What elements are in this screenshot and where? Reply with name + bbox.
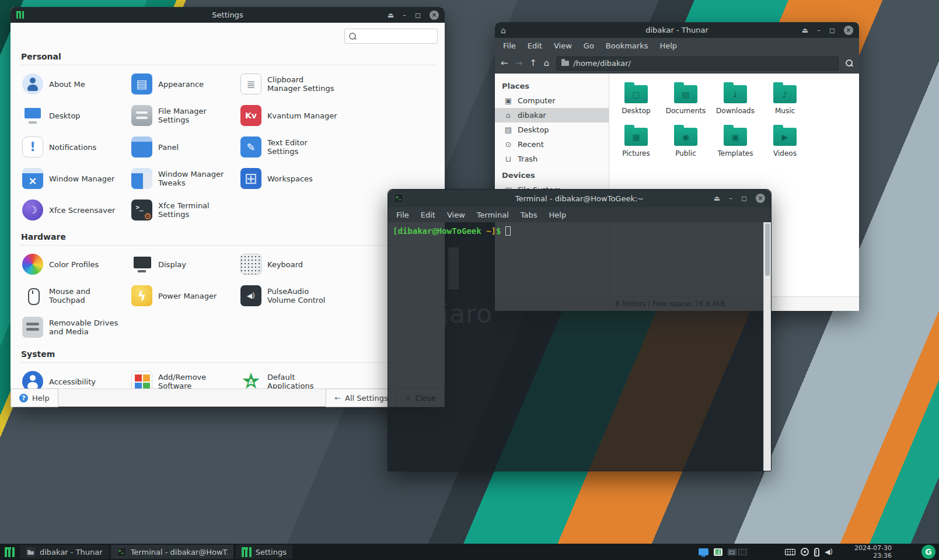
place-icon: ⊔: [504, 155, 513, 163]
folder-item[interactable]: ▦ Pictures: [612, 124, 661, 158]
folder-item[interactable]: ♪ Music: [760, 82, 809, 115]
minimize-icon[interactable]: –: [817, 26, 821, 35]
close-icon[interactable]: ×: [844, 26, 853, 35]
menu-item[interactable]: File: [497, 38, 522, 54]
back-button[interactable]: ←: [501, 59, 508, 68]
settings-item[interactable]: Display: [131, 251, 236, 277]
folder-icon: ▶: [773, 128, 797, 146]
menu-item[interactable]: Terminal: [471, 207, 515, 223]
settings-item[interactable]: Kvantum Manager: [240, 103, 345, 128]
menu-item[interactable]: Help: [543, 207, 573, 223]
settings-item[interactable]: Window Manager: [22, 166, 127, 191]
settings-item[interactable]: Panel: [131, 134, 236, 160]
folder-item[interactable]: ▶ Videos: [760, 124, 809, 158]
clipboard-tray-icon[interactable]: [814, 548, 819, 556]
terminal-scrollbar[interactable]: [763, 222, 771, 471]
shade-icon[interactable]: ⏏: [802, 26, 808, 35]
workspace-1[interactable]: [728, 549, 736, 555]
display-tray-icon[interactable]: [699, 548, 708, 555]
thunar-toolbar: ← → ↑ ⌂ /home/dibakar/: [495, 54, 859, 74]
settings-titlebar[interactable]: Settings ⏏ – ◻ ×: [11, 7, 445, 23]
settings-item[interactable]: Clipboard Manager Settings: [240, 71, 345, 97]
search-input[interactable]: [360, 32, 433, 41]
settings-item[interactable]: Color Profiles: [22, 251, 127, 277]
terminal-content[interactable]: [dibakar@HowToGeek ~]$: [388, 222, 771, 471]
keyboard-tray-icon[interactable]: [785, 549, 795, 555]
menu-item[interactable]: View: [441, 207, 471, 223]
folder-item[interactable]: ▢ Desktop: [612, 82, 661, 115]
settings-item[interactable]: Desktop: [22, 103, 127, 128]
menu-item[interactable]: Bookmarks: [600, 38, 654, 54]
settings-item[interactable]: File Manager Settings: [131, 103, 236, 128]
maximize-icon[interactable]: ◻: [415, 10, 421, 20]
maximize-icon[interactable]: ◻: [741, 194, 747, 203]
settings-item[interactable]: PulseAudio Volume Control: [240, 283, 345, 309]
settings-item[interactable]: Removable Drives and Media: [22, 314, 127, 340]
thunar-titlebar[interactable]: ⌂ dibakar - Thunar ⏏ – ◻ ×: [495, 22, 859, 38]
close-icon[interactable]: ×: [430, 10, 439, 20]
settings-item[interactable]: Window Manager Tweaks: [131, 166, 236, 191]
settings-item[interactable]: Appearance: [131, 71, 236, 97]
sidebar-place[interactable]: ▤ Desktop: [495, 123, 609, 137]
settings-item[interactable]: Keyboard: [240, 251, 345, 277]
settings-item[interactable]: Text Editor Settings: [240, 134, 345, 160]
settings-item[interactable]: Accessibility: [22, 369, 127, 388]
menu-item[interactable]: Edit: [522, 38, 548, 54]
search-icon[interactable]: [846, 60, 853, 67]
settings-item[interactable]: Workspaces: [240, 166, 345, 191]
settings-item[interactable]: Xfce Terminal Settings: [131, 197, 236, 223]
sidebar-place[interactable]: ⊔ Trash: [495, 152, 609, 166]
workspace-pager[interactable]: [728, 549, 747, 555]
taskbar-task-button[interactable]: Terminal - dibakar@HowT...: [111, 545, 233, 559]
search-box[interactable]: [344, 29, 438, 44]
menu-item[interactable]: File: [390, 207, 415, 223]
clock[interactable]: 2024-07-30 23:36: [854, 544, 892, 559]
folder-item[interactable]: ◉ Public: [661, 124, 710, 158]
settings-item-label: Clipboard Manager Settings: [267, 75, 338, 93]
applications-menu-button[interactable]: [0, 544, 19, 560]
all-settings-button[interactable]: ← All Settings: [326, 388, 396, 407]
input-method-tray-icon[interactable]: [801, 548, 809, 556]
up-button[interactable]: ↑: [529, 59, 537, 68]
settings-item[interactable]: Xfce Screensaver: [22, 197, 127, 223]
settings-item-label: Kvantum Manager: [267, 111, 337, 120]
minimize-icon[interactable]: –: [403, 10, 406, 20]
terminal-window: Terminal - dibakar@HowToGeek:~ ⏏ – ◻ × F…: [388, 189, 772, 471]
menu-item[interactable]: View: [548, 38, 578, 54]
scrollbar-thumb[interactable]: [765, 223, 770, 276]
folder-item[interactable]: ▣ Templates: [711, 124, 760, 158]
volume-tray-icon[interactable]: ◀): [825, 548, 833, 556]
sidebar-place[interactable]: ⊙ Recent: [495, 137, 609, 152]
folder-item[interactable]: ↓ Downloads: [711, 82, 760, 115]
home-button[interactable]: ⌂: [544, 59, 550, 68]
shade-icon[interactable]: ⏏: [714, 194, 720, 203]
minimize-icon[interactable]: –: [729, 194, 732, 203]
path-bar[interactable]: /home/dibakar/: [556, 57, 839, 71]
menu-item[interactable]: Help: [654, 38, 683, 54]
help-button[interactable]: ? Help: [11, 388, 58, 407]
terminal-titlebar[interactable]: Terminal - dibakar@HowToGeek:~ ⏏ – ◻ ×: [388, 190, 771, 207]
settings-item[interactable]: About Me: [22, 71, 127, 97]
menu-item[interactable]: Go: [578, 38, 600, 54]
settings-item[interactable]: Power Manager: [131, 283, 236, 309]
shade-icon[interactable]: ⏏: [388, 10, 394, 20]
menu-item[interactable]: Edit: [415, 207, 441, 223]
settings-item[interactable]: Notifications: [22, 134, 127, 160]
workspace-2[interactable]: [738, 549, 747, 555]
taskbar-task-button[interactable]: dibakar - Thunar: [20, 545, 109, 559]
sidebar-place[interactable]: ⌂ dibakar: [495, 108, 609, 123]
close-icon[interactable]: ×: [756, 194, 765, 203]
settings-item[interactable]: Add/Remove Software: [131, 369, 236, 388]
folder-item[interactable]: ▤ Documents: [661, 82, 710, 115]
settings-item[interactable]: Mouse and Touchpad: [22, 283, 127, 309]
sidebar-place[interactable]: ▣ Computer: [495, 93, 609, 108]
forward-button[interactable]: →: [515, 59, 523, 68]
manjaro-settings-tray-icon[interactable]: [714, 548, 722, 556]
terminal-icon: [394, 194, 403, 203]
maximize-icon[interactable]: ◻: [829, 26, 835, 35]
green-badge-tray-icon[interactable]: G: [921, 545, 935, 559]
settings-item[interactable]: Default Applications: [240, 369, 345, 388]
taskbar-task-button[interactable]: Settings: [236, 545, 292, 559]
settings-content[interactable]: Personal About Me Appearance: [11, 47, 445, 388]
menu-item[interactable]: Tabs: [515, 207, 543, 223]
